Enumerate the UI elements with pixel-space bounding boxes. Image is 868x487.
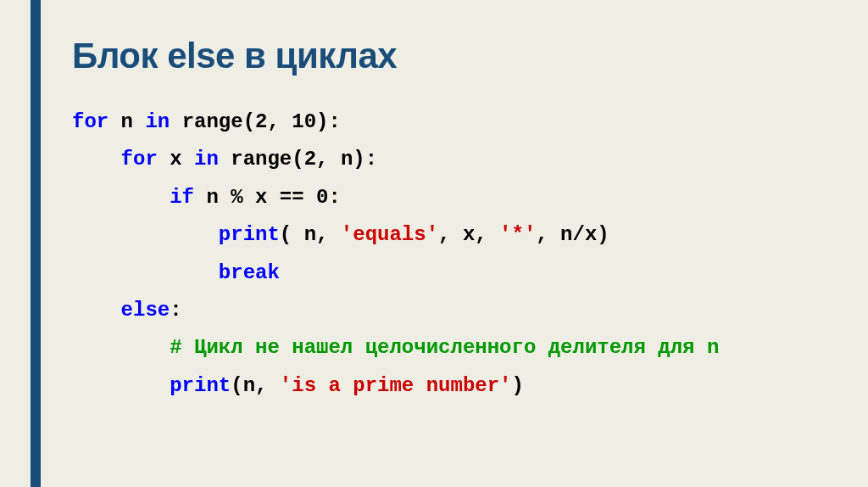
slide-title: Блок else в циклах <box>72 36 719 76</box>
code-token <box>72 374 170 397</box>
code-token: 'equals' <box>341 223 438 246</box>
code-token: : <box>170 299 181 322</box>
code-token: for <box>121 148 158 171</box>
code-token: in <box>145 110 170 133</box>
code-token: for <box>72 110 108 133</box>
code-token: ) <box>512 374 524 397</box>
code-token: break <box>219 261 280 284</box>
code-block: for n in range(2, 10): for x in range(2,… <box>72 104 719 405</box>
code-token: (n, <box>231 374 280 397</box>
code-token <box>72 223 219 246</box>
code-token <box>72 299 121 322</box>
code-token <box>72 336 170 359</box>
code-token: , n/x) <box>536 223 609 246</box>
code-token: print <box>219 223 280 246</box>
code-token: n <box>108 110 145 133</box>
code-token: # Цикл не нашел целочисленного делителя … <box>170 336 719 359</box>
code-token: range(2, 10): <box>170 110 341 133</box>
code-token <box>72 148 121 171</box>
code-token <box>72 261 219 284</box>
code-token: range(2, n): <box>219 148 377 171</box>
code-token: , x, <box>438 223 499 246</box>
code-token: if <box>170 186 194 209</box>
code-token: print <box>170 374 231 397</box>
code-token: in <box>194 148 219 171</box>
code-token <box>72 186 170 209</box>
code-token: ( n, <box>280 223 341 246</box>
slide-content: Блок else в циклах for n in range(2, 10)… <box>72 36 719 405</box>
code-token: n % x == 0: <box>194 186 341 209</box>
code-token: '*' <box>499 223 536 246</box>
code-token: else <box>121 299 170 322</box>
code-token: 'is a prime number' <box>280 374 512 397</box>
code-token: x <box>158 148 194 171</box>
left-accent-bar <box>31 0 41 487</box>
